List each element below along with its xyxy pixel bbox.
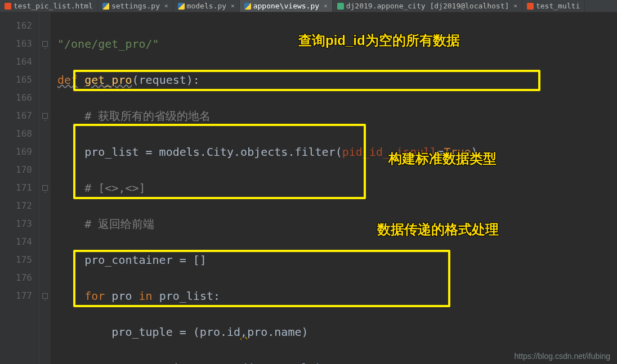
code-line: # 获取所有的省级的地名 [57,107,617,125]
line-number: 171 [0,179,32,197]
annotation-text-1: 查询pid_id为空的所有数据 [298,32,460,50]
line-number: 163 [0,35,32,53]
line-number: 177 [0,287,32,305]
code-line: # 返回给前端 [57,215,617,233]
close-icon[interactable]: × [513,2,517,10]
fold-minus-icon [42,293,48,299]
fold-minus-icon [42,185,48,191]
fold-toggle[interactable] [39,107,51,125]
close-icon[interactable]: × [324,2,328,10]
close-icon[interactable]: × [164,2,168,10]
code-line: pro_tuple = (pro.id,pro.name) [57,323,617,341]
tab-models[interactable]: models.py × [173,0,240,12]
fold-toggle[interactable] [39,179,51,197]
tab-db-city[interactable]: dj2019.appone_city [dj2019@localhost] × [333,0,522,12]
tab-label: appone\views.py [253,2,319,10]
annotation-text-3: 数据传递的格式处理 [377,221,499,239]
tab-settings[interactable]: settings.py × [98,0,173,12]
fold-minus-icon [42,41,48,47]
line-number: 168 [0,125,32,143]
close-icon[interactable]: × [231,2,235,10]
line-number: 167 [0,107,32,125]
tab-label: dj2019.appone_city [dj2019@localhost] [346,2,509,10]
database-icon [337,3,344,10]
code-line: def get_pro(request): [57,71,617,89]
annotation-text-2: 构建标准数据类型 [388,150,497,168]
tab-label: settings.py [111,2,160,10]
line-number: 176 [0,269,32,287]
line-number: 166 [0,89,32,107]
fold-gutter [39,12,51,364]
tab-test-pic-list[interactable]: test_pic_list.html [0,0,98,12]
tab-label: test_pic_list.html [14,2,93,10]
python-icon [244,3,251,10]
line-number: 170 [0,161,32,179]
line-number: 173 [0,215,32,233]
line-number: 175 [0,251,32,269]
code-area[interactable]: "/one/get_pro/" def get_pro(request): # … [51,12,617,364]
html-icon [5,3,11,10]
tab-views[interactable]: appone\views.py × [240,0,333,12]
code-line: pro_list = models.City.objects.filter(pi… [57,143,617,161]
line-number: 164 [0,53,32,71]
editor-tabs: test_pic_list.html settings.py × models.… [0,0,617,12]
python-icon [102,3,109,10]
fold-minus-icon [42,113,48,119]
line-number: 174 [0,233,32,251]
code-editor[interactable]: 162 163 164 165 166 167 168 169 170 171 … [0,12,617,364]
code-line: for pro in pro_list: [57,287,617,305]
code-line: # [<>,<>] [57,179,617,197]
line-number: 172 [0,197,32,215]
tab-label: test_multi [536,2,580,10]
line-number: 165 [0,71,32,89]
fold-toggle[interactable] [39,287,51,305]
code-line: pro_container = [] [57,251,617,269]
python-icon [178,3,185,10]
tab-test-multi[interactable]: test_multi [522,0,585,12]
line-number: 169 [0,143,32,161]
line-number: 162 [0,17,32,35]
html-icon [527,3,534,10]
fold-toggle[interactable] [39,35,51,53]
tab-label: models.py [187,2,226,10]
line-number-gutter: 162 163 164 165 166 167 168 169 170 171 … [0,12,39,364]
watermark-text: https://blog.csdn.net/ifubing [515,352,610,361]
